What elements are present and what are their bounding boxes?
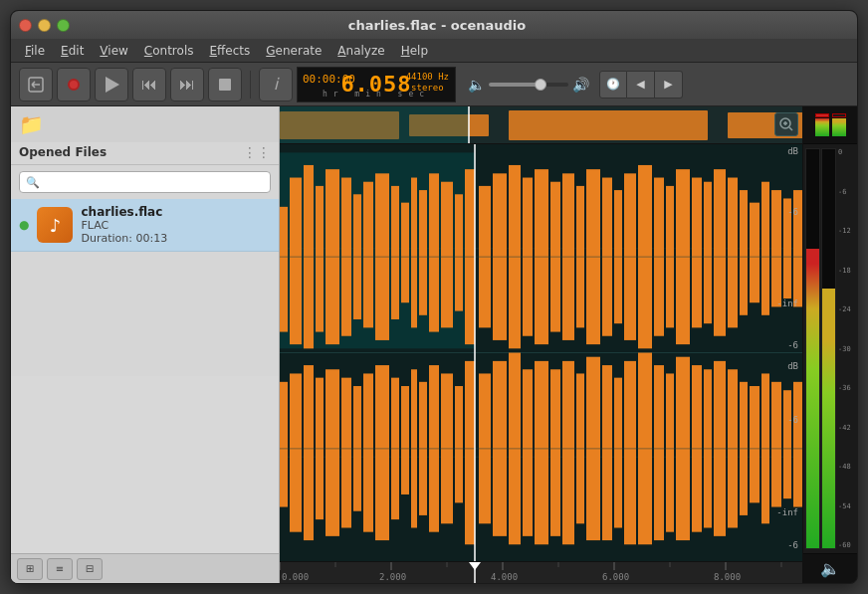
svg-rect-87 <box>401 386 409 495</box>
svg-rect-81 <box>326 369 339 536</box>
search-icon: 🔍 <box>26 176 40 189</box>
menu-effects[interactable]: Effects <box>201 42 258 60</box>
waveform-overview[interactable] <box>280 106 802 144</box>
search-input[interactable] <box>44 175 264 189</box>
time-mode-button[interactable]: 🕐 <box>599 71 627 99</box>
waveform-main[interactable]: dB -6 -inf -6 dB -6 -inf -6 <box>280 144 802 561</box>
svg-rect-31 <box>429 173 439 331</box>
loop-button[interactable] <box>19 68 53 101</box>
menu-file[interactable]: File <box>17 42 53 60</box>
svg-rect-117 <box>771 382 781 507</box>
db-30: -30 <box>838 345 854 353</box>
db-36: -36 <box>838 384 854 392</box>
file-type: FLAC <box>81 219 271 232</box>
speaker-icon: 🔈 <box>820 559 840 578</box>
db-label-top: dB <box>787 146 798 156</box>
next-marker-button[interactable]: ▶ <box>655 71 683 99</box>
file-item[interactable]: ● ♪ charlies.flac FLAC Duration: 00:13 <box>11 199 279 252</box>
time-controls: 🕐 ◀ ▶ <box>599 71 683 99</box>
menu-edit[interactable]: Edit <box>53 42 92 60</box>
main-window: charlies.flac - ocenaudio File Edit View… <box>10 10 858 584</box>
svg-rect-85 <box>375 365 389 540</box>
svg-text:4.000: 4.000 <box>491 572 518 582</box>
sidebar-title: Opened Files <box>19 145 107 159</box>
view-detail-button[interactable]: ⊟ <box>77 558 103 580</box>
db-18: -18 <box>838 267 854 275</box>
titlebar: charlies.flac - ocenaudio <box>11 11 857 39</box>
sidebar-empty-area <box>11 376 279 553</box>
db-54: -54 <box>838 502 854 510</box>
db-12: -12 <box>838 227 854 235</box>
toolbar-separator <box>250 71 251 99</box>
svg-rect-92 <box>455 386 463 502</box>
time-display: 00:00:00 6.058 44100 Hz stereo hr min se… <box>297 67 456 102</box>
file-duration: Duration: 00:13 <box>81 232 271 245</box>
info-button[interactable]: i <box>259 68 293 101</box>
view-grid-button[interactable]: ⊞ <box>17 558 43 580</box>
maximize-button[interactable] <box>57 19 70 32</box>
svg-rect-119 <box>793 382 802 507</box>
svg-rect-30 <box>419 190 427 315</box>
svg-rect-103 <box>602 365 612 540</box>
svg-rect-19 <box>290 178 302 345</box>
vu-mini-bar-left <box>815 118 829 136</box>
svg-rect-107 <box>654 365 664 540</box>
db-0: 0 <box>838 148 854 156</box>
folder-icon: 📁 <box>19 112 44 136</box>
waveform-container[interactable]: dB -6 -inf -6 dB -6 -inf -6 <box>280 106 802 583</box>
svg-rect-108 <box>666 373 674 531</box>
toolbar: ⏮ ⏭ i 00:00:00 6.058 44100 Hz stereo hr … <box>11 63 857 106</box>
sidebar-bottom: ⊞ ≡ ⊟ <box>11 553 279 583</box>
svg-rect-25 <box>363 182 373 328</box>
vu-peak-indicators <box>803 106 857 144</box>
db-24: -24 <box>838 305 854 313</box>
search-box[interactable]: 🔍 <box>19 171 271 193</box>
volume-low-icon: 🔈 <box>468 77 485 93</box>
svg-rect-97 <box>523 369 533 536</box>
svg-rect-79 <box>304 365 314 540</box>
overview-waveform-svg <box>280 106 802 144</box>
vu-fill-right <box>822 289 835 548</box>
db-60: -60 <box>838 541 854 549</box>
close-button[interactable] <box>19 19 32 32</box>
play-button[interactable] <box>95 68 128 101</box>
svg-rect-118 <box>783 390 791 498</box>
svg-rect-84 <box>363 373 373 531</box>
sidebar: 📁 Opened Files ⋮⋮ 🔍 ● ♪ charlies.flac FL… <box>11 106 280 583</box>
sidebar-grip-icon: ⋮⋮ <box>243 144 271 160</box>
db-48: -48 <box>838 463 854 471</box>
main-content: 📁 Opened Files ⋮⋮ 🔍 ● ♪ charlies.flac FL… <box>11 106 857 583</box>
peak-led-left <box>815 113 829 117</box>
rewind-button[interactable]: ⏮ <box>132 68 166 101</box>
fast-forward-button[interactable]: ⏭ <box>170 68 204 101</box>
stop-button[interactable] <box>208 68 242 101</box>
menu-controls[interactable]: Controls <box>136 42 202 60</box>
zoom-in-button[interactable] <box>774 112 798 136</box>
volume-slider[interactable] <box>489 83 568 87</box>
menu-generate[interactable]: Generate <box>258 42 329 60</box>
svg-rect-54 <box>728 178 738 328</box>
svg-rect-77 <box>280 382 288 507</box>
view-list-button[interactable]: ≡ <box>47 558 73 580</box>
menu-analyze[interactable]: Analyze <box>329 42 392 60</box>
vu-meters: 0 -6 -12 -18 -24 -30 -36 -42 -48 -54 -60 <box>802 106 857 583</box>
main-waveform-svg <box>280 144 802 561</box>
record-button[interactable] <box>57 68 91 101</box>
prev-marker-button[interactable]: ◀ <box>627 71 655 99</box>
db-6: -6 <box>838 188 854 196</box>
minimize-button[interactable] <box>38 19 51 32</box>
volume-high-icon: 🔊 <box>572 77 589 93</box>
db-label-minus6-2: -6 <box>787 340 798 350</box>
svg-rect-57 <box>761 182 769 315</box>
menu-help[interactable]: Help <box>393 42 436 60</box>
svg-text:2.000: 2.000 <box>379 572 406 582</box>
svg-rect-28 <box>401 203 409 303</box>
db-label-minus6-1: -6 <box>787 207 798 217</box>
peak-led-right <box>832 113 846 117</box>
svg-rect-4 <box>509 110 708 140</box>
svg-text:0.000: 0.000 <box>282 572 309 582</box>
menu-view[interactable]: View <box>92 42 135 60</box>
db-label-inf-1: -inf <box>776 298 798 308</box>
svg-rect-93 <box>465 361 475 544</box>
vu-bar-right <box>821 148 836 549</box>
